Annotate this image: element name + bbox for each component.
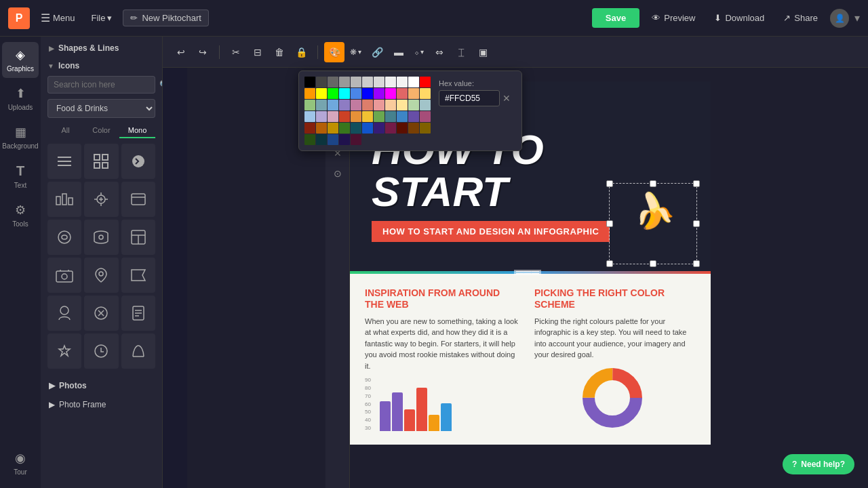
share-button[interactable]: ↗ Share <box>776 9 825 27</box>
photos-section-header[interactable]: ▶ Photos <box>41 375 162 396</box>
color-swatch[interactable] <box>408 111 419 122</box>
delete-button[interactable]: 🗑 <box>269 42 290 62</box>
color-swatch[interactable] <box>316 134 327 145</box>
color-swatch[interactable] <box>408 100 419 110</box>
color-swatch[interactable] <box>362 77 373 87</box>
color-swatch[interactable] <box>420 100 431 110</box>
color-swatch[interactable] <box>408 77 419 87</box>
sidebar-item-background[interactable]: ▦ Background <box>2 119 39 155</box>
resize-handle-tl[interactable] <box>606 180 613 187</box>
color-swatch[interactable] <box>362 100 373 110</box>
color-button[interactable]: 🎨 <box>324 42 344 62</box>
color-swatch[interactable] <box>304 88 315 99</box>
copy-button[interactable]: ⊟ <box>248 42 268 62</box>
list-item[interactable] <box>121 220 155 255</box>
color-swatch[interactable] <box>374 100 384 110</box>
color-swatch[interactable] <box>362 88 373 99</box>
color-swatch[interactable] <box>420 123 431 134</box>
download-button[interactable]: ⬇ Download <box>707 9 771 27</box>
resize-handle-ml[interactable] <box>606 220 613 227</box>
color-swatch[interactable] <box>339 134 350 145</box>
file-button[interactable]: File ▾ <box>86 10 118 26</box>
color-swatch[interactable] <box>339 100 350 110</box>
color-swatch[interactable] <box>374 77 384 87</box>
color-swatch[interactable] <box>328 77 338 87</box>
color-swatch[interactable] <box>351 134 361 145</box>
lock-button[interactable]: 🔒 <box>291 42 311 62</box>
color-swatch[interactable] <box>351 100 361 110</box>
color-swatch[interactable] <box>339 88 350 99</box>
color-swatch[interactable] <box>385 77 396 87</box>
list-item[interactable] <box>47 220 81 255</box>
color-swatch[interactable] <box>328 100 338 110</box>
resize-handle-mr[interactable] <box>693 220 700 227</box>
preview-button[interactable]: 👁 Preview <box>645 9 702 27</box>
color-swatch[interactable] <box>328 111 338 122</box>
grid-button[interactable]: ▣ <box>473 42 493 62</box>
color-swatch[interactable] <box>397 88 408 99</box>
list-item[interactable] <box>84 220 118 255</box>
list-item[interactable] <box>84 182 118 217</box>
arrange-button[interactable]: ❋ ▾ <box>346 45 366 60</box>
color-swatch[interactable] <box>304 77 315 87</box>
list-item[interactable] <box>84 144 118 179</box>
list-item[interactable] <box>47 258 81 293</box>
color-swatch[interactable] <box>397 123 408 134</box>
color-swatch[interactable] <box>339 77 350 87</box>
icons-section-header[interactable]: ▼ Icons <box>47 58 155 76</box>
color-swatch[interactable] <box>385 123 396 134</box>
color-swatch[interactable] <box>385 111 396 122</box>
resize-handle-bl[interactable] <box>606 260 613 267</box>
resize-handle-tm[interactable] <box>650 180 656 187</box>
resize-handle-tr[interactable] <box>693 180 700 187</box>
color-swatch[interactable] <box>339 123 350 134</box>
sidebar-item-graphics[interactable]: ◈ Graphics <box>2 42 39 78</box>
flip-h-button[interactable]: ⇔ <box>429 42 450 62</box>
list-item[interactable] <box>47 144 81 179</box>
color-swatch[interactable] <box>304 134 315 145</box>
align-button[interactable]: ▬ <box>389 42 409 62</box>
list-item[interactable] <box>84 296 118 331</box>
avatar[interactable]: 👤 <box>830 9 849 28</box>
transform-button[interactable]: ⬦ ▾ <box>410 45 428 60</box>
color-swatch[interactable] <box>385 88 396 99</box>
color-swatch[interactable] <box>408 88 419 99</box>
tab-all[interactable]: All <box>47 123 83 138</box>
resize-handle-bm[interactable] <box>650 260 656 267</box>
save-button[interactable]: Save <box>592 8 639 28</box>
menu-button[interactable]: ☰ Menu <box>35 9 81 27</box>
color-swatch[interactable] <box>316 77 327 87</box>
list-item[interactable] <box>84 333 118 369</box>
photo-frame-header[interactable]: ▶ Photo Frame <box>41 396 162 413</box>
color-swatch[interactable] <box>328 134 338 145</box>
color-swatch[interactable] <box>304 111 315 122</box>
tab-color[interactable]: Color <box>83 123 119 138</box>
color-swatch[interactable] <box>420 111 431 122</box>
redo-button[interactable]: ↪ <box>193 42 213 62</box>
color-swatch[interactable] <box>362 111 373 122</box>
hex-input[interactable] <box>439 90 500 106</box>
color-swatch[interactable] <box>339 111 350 122</box>
list-item[interactable] <box>47 333 81 369</box>
list-item[interactable] <box>121 144 155 179</box>
need-help-button[interactable]: ? Need help? <box>783 454 854 474</box>
color-swatch[interactable] <box>420 77 431 87</box>
sidebar-item-tools[interactable]: ⚙ Tools <box>2 197 39 233</box>
resize-handle-br[interactable] <box>693 260 700 267</box>
category-select[interactable]: Food & Drinks Animals Business Technolog… <box>47 99 155 118</box>
color-swatch[interactable] <box>316 123 327 134</box>
color-swatch[interactable] <box>304 100 315 110</box>
color-swatch[interactable] <box>374 111 384 122</box>
link-button[interactable]: 🔗 <box>367 42 387 62</box>
list-item[interactable] <box>47 296 81 331</box>
color-swatch[interactable] <box>374 88 384 99</box>
shapes-section-header[interactable]: ▶ Shapes & Lines <box>41 37 162 58</box>
color-swatch[interactable] <box>316 100 327 110</box>
color-swatch[interactable] <box>397 77 408 87</box>
color-swatch[interactable] <box>420 88 431 99</box>
color-swatch[interactable] <box>304 123 315 134</box>
sidebar-item-tour[interactable]: ◉ Tour <box>2 445 39 481</box>
cut-button[interactable]: ✂ <box>226 42 246 62</box>
list-item[interactable] <box>121 296 155 331</box>
list-item[interactable] <box>47 182 81 217</box>
